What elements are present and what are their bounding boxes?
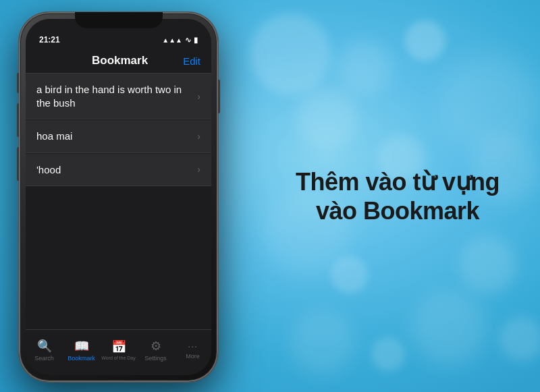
edit-button[interactable]: Edit: [183, 55, 200, 67]
chevron-icon: ›: [197, 91, 200, 102]
list-item-text: a bird in the hand is worth two in the b…: [36, 83, 192, 109]
power-button: [218, 80, 220, 113]
search-icon: 🔍: [37, 339, 52, 354]
tab-settings-label: Settings: [144, 355, 167, 362]
bookmark-list: a bird in the hand is worth two in the b…: [26, 74, 211, 329]
promo-line2: vào Bookmark: [296, 196, 500, 225]
list-item-text: hoa mai: [36, 130, 192, 143]
more-icon: ···: [188, 341, 198, 352]
tab-more-label: More: [186, 353, 200, 360]
status-time: 21:21: [39, 35, 60, 45]
volume-down-button: [17, 147, 19, 181]
wifi-icon: ∿: [185, 36, 191, 45]
calendar-icon: 📅: [111, 339, 126, 354]
nav-header: Bookmark Edit: [26, 49, 211, 74]
tab-search[interactable]: 🔍 Search: [26, 339, 63, 362]
chevron-icon: ›: [197, 131, 200, 142]
tab-search-label: Search: [34, 355, 54, 362]
bookmark-icon: 📖: [74, 339, 89, 354]
tab-more[interactable]: ··· More: [174, 341, 211, 360]
promo-line1: Thêm vào từ vựng: [296, 167, 500, 196]
list-item-text: 'hood: [36, 163, 192, 177]
nav-title: Bookmark: [57, 54, 183, 67]
phone-device: 21:21 ▲▲▲ ∿ ▮ Bookmark Edit a bird in th…: [19, 12, 218, 382]
mute-button: [17, 73, 19, 93]
chevron-icon: ›: [197, 164, 200, 175]
promo-text: Thêm vào từ vựng vào Bookmark: [296, 167, 500, 225]
settings-icon: ⚙: [151, 339, 161, 354]
tab-bar: 🔍 Search 📖 Bookmark 📅 Word of the Day ⚙ …: [26, 329, 211, 375]
list-item[interactable]: a bird in the hand is worth two in the b…: [26, 74, 211, 119]
tab-word-label: Word of the Day: [101, 356, 135, 360]
phone-screen: 21:21 ▲▲▲ ∿ ▮ Bookmark Edit a bird in th…: [26, 19, 211, 375]
tab-word-of-day[interactable]: 📅 Word of the Day: [100, 339, 137, 360]
volume-up-button: [17, 103, 19, 137]
tab-bookmark[interactable]: 📖 Bookmark: [63, 339, 100, 362]
tab-settings[interactable]: ⚙ Settings: [137, 339, 174, 362]
signal-icon: ▲▲▲: [162, 36, 182, 44]
battery-icon: ▮: [194, 36, 198, 45]
list-item[interactable]: hoa mai ›: [26, 120, 211, 153]
list-item[interactable]: 'hood ›: [26, 154, 211, 187]
phone-notch: [75, 12, 163, 28]
tab-bookmark-label: Bookmark: [68, 355, 95, 362]
